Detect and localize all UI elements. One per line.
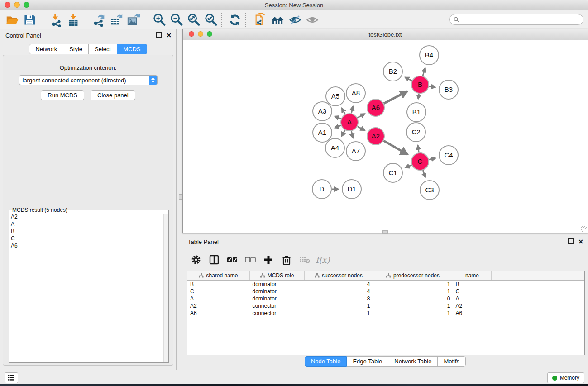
cell-name[interactable]: B [453,281,492,288]
open-browser-icon[interactable] [269,12,287,28]
show-panels-list-button[interactable] [5,372,18,383]
save-session-icon[interactable] [21,12,38,28]
cell-predecessor-nodes[interactable]: 1 [373,310,453,317]
graph-edge-C-C3[interactable] [423,170,425,177]
graph-edge-A-A1[interactable] [335,125,341,128]
cell-MCDS-role[interactable]: dominator [250,281,305,288]
open-session-icon[interactable] [4,12,21,28]
graph-edge-A-A7[interactable] [351,131,353,138]
tab-motifs[interactable]: Motifs [438,356,466,367]
cell-MCDS-role[interactable]: dominator [250,295,305,302]
cell-shared-name[interactable]: A [187,295,250,302]
table-row[interactable]: Bdominator41B [187,281,584,288]
cell-successor-nodes[interactable]: 4 [305,281,373,288]
cell-shared-name[interactable]: C [187,288,250,295]
tab-node-table[interactable]: Node Table [305,356,347,367]
cell-name[interactable]: C [453,288,492,295]
result-item[interactable]: A6 [9,242,168,249]
select-all-checkbox-icon[interactable] [223,252,241,268]
network-window-titlebar[interactable]: testGlobe.txt [183,29,588,40]
result-scrollbar[interactable] [163,214,168,362]
column-header-predecessor-nodes[interactable]: predecessor nodes [373,271,453,281]
graph-edge-C-C2[interactable] [418,145,419,152]
cell-name[interactable]: A2 [453,302,492,310]
graph-edge-A-A2[interactable] [358,126,365,130]
tab-select[interactable]: Select [89,44,117,54]
delete-row-icon[interactable] [277,252,296,268]
column-header-successor-nodes[interactable]: successor nodes [305,271,373,281]
cell-MCDS-role[interactable]: connector [250,302,305,310]
new-network-from-file-icon[interactable] [252,12,269,28]
cell-shared-name[interactable]: B [187,281,250,288]
graph-edge-C-C1[interactable] [405,165,411,168]
apply-preferred-layout-icon[interactable] [226,12,244,28]
table-settings-icon[interactable] [187,252,205,268]
cell-predecessor-nodes[interactable]: 0 [373,295,453,302]
export-table-icon[interactable] [108,12,125,28]
run-mcds-button[interactable]: Run MCDS [41,90,84,100]
panel-divider-handle[interactable] [179,194,182,200]
criterion-dropdown[interactable]: largest connected component (directed) [19,75,158,85]
maximize-window-icon[interactable] [24,2,29,8]
table-row[interactable]: Adominator80A [187,295,584,302]
zoom-selected-icon[interactable] [202,12,220,28]
tab-network[interactable]: Network [29,44,63,54]
cell-predecessor-nodes[interactable]: 1 [373,288,453,295]
graph-edge-A-A5[interactable] [342,108,345,114]
graph-edge-B-B3[interactable] [429,86,435,87]
graph-edge-A2-C[interactable] [383,141,407,154]
tab-mcds[interactable]: MCDS [117,44,147,54]
tab-style[interactable]: Style [63,44,89,54]
graph-edge-A-A4[interactable] [341,130,345,136]
result-item[interactable]: C [9,235,168,242]
network-canvas[interactable]: B4B2BB3B1A5A8A6A3AA1A2C2A4A7C4CC1C3DD1 [183,40,588,233]
deselect-all-checkbox-icon[interactable] [241,252,259,268]
graph-edge-B-B4[interactable] [423,68,425,76]
graph-edge-A6-B[interactable] [384,91,407,104]
column-header-name[interactable]: name [453,271,492,281]
minimize-window-icon[interactable] [14,2,20,8]
close-window-icon[interactable] [5,2,10,8]
cell-predecessor-nodes[interactable]: 1 [373,281,453,288]
graph-edge-A-A3[interactable] [335,116,341,119]
cell-successor-nodes[interactable]: 1 [305,310,373,317]
result-item[interactable]: A [9,220,168,228]
cell-successor-nodes[interactable]: 8 [305,295,373,302]
float-table-panel-icon[interactable] [568,238,574,244]
import-table-from-file-icon[interactable] [65,12,82,28]
search-input[interactable] [462,16,583,23]
table-row[interactable]: Cdominator41C [187,288,584,295]
cell-MCDS-role[interactable]: dominator [250,288,305,295]
add-row-icon[interactable] [259,252,277,268]
table-row[interactable]: A6connector11A6 [187,310,584,317]
cell-name[interactable]: A [453,295,492,302]
result-item[interactable]: A2 [9,213,168,220]
result-item[interactable]: B [9,228,168,235]
cell-successor-nodes[interactable]: 1 [305,302,373,310]
cell-successor-nodes[interactable]: 4 [305,288,373,295]
zoom-in-icon[interactable] [151,12,168,28]
table-row[interactable]: A2connector11A2 [187,302,584,310]
graph-edge-A-A8[interactable] [351,106,353,114]
close-panel-button[interactable]: Close panel [91,90,135,100]
graph-edge-C-C4[interactable] [429,158,436,159]
export-image-icon[interactable] [125,12,142,28]
graph-edge-A-A6[interactable] [358,114,365,118]
search-field[interactable] [449,14,583,25]
show-columns-icon[interactable] [205,252,223,268]
export-network-icon[interactable] [91,12,108,28]
cell-MCDS-role[interactable]: connector [250,310,305,317]
cell-shared-name[interactable]: A2 [187,302,250,310]
cell-shared-name[interactable]: A6 [187,310,250,317]
graph-edge-B-B1[interactable] [418,94,419,99]
tab-edge-table[interactable]: Edge Table [347,356,388,367]
cell-predecessor-nodes[interactable]: 1 [373,302,453,310]
zoom-out-icon[interactable] [168,12,185,28]
import-network-from-file-icon[interactable] [48,12,65,28]
zoom-fit-content-icon[interactable] [185,12,202,28]
cell-name[interactable]: A6 [453,310,492,317]
tab-network-table[interactable]: Network Table [388,356,438,367]
memory-button[interactable]: Memory [547,372,584,383]
close-panel-icon[interactable]: ✕ [166,33,172,38]
panel-divider-handle[interactable] [382,230,388,234]
